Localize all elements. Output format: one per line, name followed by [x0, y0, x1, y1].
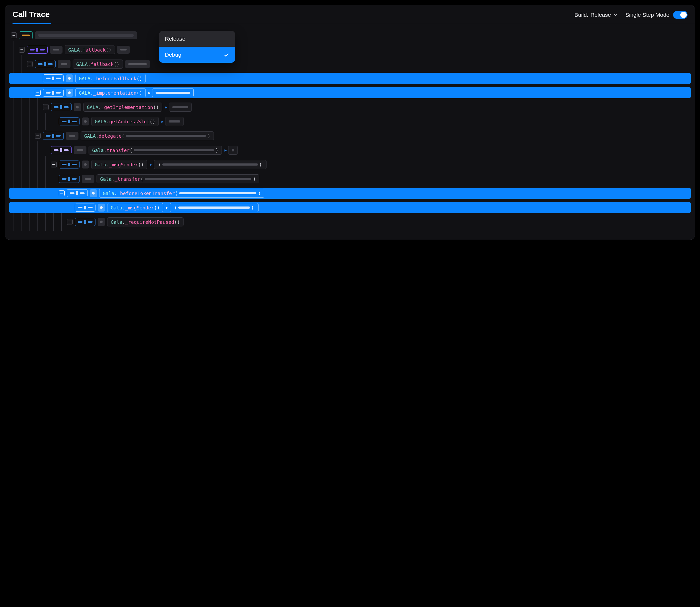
single-step-toggle[interactable] — [673, 11, 687, 19]
return-box — [228, 146, 238, 155]
tail-pill — [117, 46, 130, 54]
collapse-toggle[interactable] — [27, 61, 33, 67]
call-box[interactable]: GALA._getImplementation() — [83, 103, 162, 112]
trace-row-root[interactable] — [11, 30, 689, 41]
trace-row[interactable]: → GALA.fallback() — [11, 44, 689, 55]
summary-pill — [98, 218, 105, 226]
summary-pill — [82, 118, 89, 125]
trace-row-highlighted[interactable]: → Gala._beforeTokenTransfer() — [9, 188, 691, 199]
return-arrow-icon: ▶ — [150, 162, 152, 167]
status-badge: → — [75, 218, 96, 226]
build-label: Build: — [575, 12, 588, 18]
return-box: () — [170, 203, 259, 212]
trace-row-highlighted[interactable]: → Gala._msgSender() ▶ () — [9, 202, 691, 213]
collapse-toggle[interactable] — [43, 104, 49, 110]
return-box: () — [154, 160, 266, 169]
call-box[interactable]: Gala._requireNotPaused() — [107, 217, 183, 226]
collapse-toggle[interactable] — [35, 133, 41, 139]
trace-row-highlighted[interactable]: → GALA._implementation() ▶ — [9, 87, 691, 98]
build-value: Release — [591, 12, 611, 18]
trace-row[interactable]: → Gala._transfer() — [11, 173, 689, 185]
summary-pill — [82, 175, 95, 183]
summary-pill — [50, 46, 62, 54]
summary-pill — [58, 60, 71, 68]
single-step-mode: Single Step Mode — [625, 11, 687, 19]
trace-row[interactable]: → GALA.delegate() — [11, 130, 689, 141]
return-arrow-icon: ▶ — [161, 119, 164, 124]
trace-row[interactable]: → GALA.getAddressSlot() ▶ — [11, 116, 689, 127]
build-dropdown[interactable]: Release Debug — [159, 31, 235, 63]
return-box — [165, 117, 184, 126]
return-arrow-icon: ▶ — [166, 205, 168, 210]
dropdown-option-label: Release — [165, 36, 185, 42]
dropdown-option-label: Debug — [165, 51, 181, 58]
status-badge — [19, 32, 33, 39]
trace-row[interactable]: → Gala._msgSender() ▶ () — [11, 159, 689, 170]
summary-pill — [82, 161, 89, 168]
status-badge: → — [75, 204, 96, 212]
call-box[interactable]: Gala._msgSender() — [107, 203, 163, 212]
trace-row[interactable]: → Gala.transfer() ▶ — [11, 145, 689, 156]
summary-pill — [35, 32, 137, 39]
trace-row[interactable]: → GALA._getImplementation() ▶ — [11, 102, 689, 113]
call-box[interactable]: Gala.transfer() — [88, 146, 222, 155]
summary-pill — [66, 132, 78, 140]
return-arrow-icon: ▶ — [165, 105, 167, 109]
collapse-toggle[interactable] — [51, 162, 57, 167]
status-badge: → — [43, 75, 64, 82]
call-box[interactable]: GALA._implementation() — [75, 88, 145, 97]
dropdown-option-release[interactable]: Release — [159, 31, 235, 47]
trace-row[interactable]: → Gala._requireNotPaused() — [11, 216, 689, 228]
call-trace-panel: Call Trace Build: Release Single Step Mo… — [5, 5, 695, 240]
call-box[interactable]: Gala._transfer() — [97, 174, 259, 183]
summary-pill — [66, 89, 73, 97]
status-badge: → — [43, 89, 64, 97]
status-badge: → — [35, 60, 56, 68]
status-badge: → — [43, 132, 64, 140]
summary-pill — [66, 75, 73, 82]
collapse-toggle[interactable] — [11, 33, 17, 38]
return-arrow-icon: ▶ — [224, 148, 226, 152]
return-box — [152, 88, 194, 97]
call-box[interactable]: GALA.getAddressSlot() — [91, 117, 159, 126]
status-badge: → — [67, 189, 87, 197]
chevron-down-icon — [613, 13, 618, 17]
tail-pill — [125, 60, 150, 68]
dropdown-option-debug[interactable]: Debug — [159, 47, 235, 63]
collapse-toggle[interactable] — [35, 90, 41, 96]
summary-pill — [74, 103, 81, 111]
call-box[interactable]: GALA.fallback() — [65, 45, 115, 54]
collapse-toggle[interactable] — [59, 190, 65, 196]
status-badge: → — [51, 103, 72, 111]
status-badge: → — [51, 146, 72, 154]
call-box[interactable]: GALA.fallback() — [73, 60, 123, 68]
trace-tree: → GALA.fallback() → GALA.fallback() → — [5, 24, 695, 240]
summary-pill — [98, 204, 105, 212]
summary-pill — [74, 146, 86, 154]
return-box — [169, 103, 192, 112]
trace-row-highlighted[interactable]: → GALA._beforeFallback() — [9, 73, 691, 84]
collapse-toggle[interactable] — [67, 219, 73, 225]
panel-title: Call Trace — [13, 10, 50, 19]
status-badge: → — [59, 175, 80, 183]
summary-pill — [89, 189, 97, 197]
call-box[interactable]: GALA.delegate() — [81, 131, 214, 140]
call-box[interactable]: Gala._beforeTokenTransfer() — [99, 189, 264, 198]
trace-row[interactable]: → GALA.fallback() — [11, 59, 689, 70]
return-arrow-icon: ▶ — [148, 91, 151, 95]
status-badge: → — [27, 46, 47, 54]
status-badge: → — [59, 118, 80, 125]
call-box[interactable]: GALA._beforeFallback() — [75, 74, 145, 83]
collapse-toggle[interactable] — [19, 47, 25, 53]
status-badge: → — [59, 161, 80, 168]
call-box[interactable]: Gala._msgSender() — [91, 160, 147, 169]
check-icon — [223, 52, 229, 58]
single-step-label: Single Step Mode — [625, 12, 669, 18]
build-select[interactable]: Build: Release — [575, 12, 618, 18]
panel-header: Call Trace Build: Release Single Step Mo… — [5, 5, 695, 24]
